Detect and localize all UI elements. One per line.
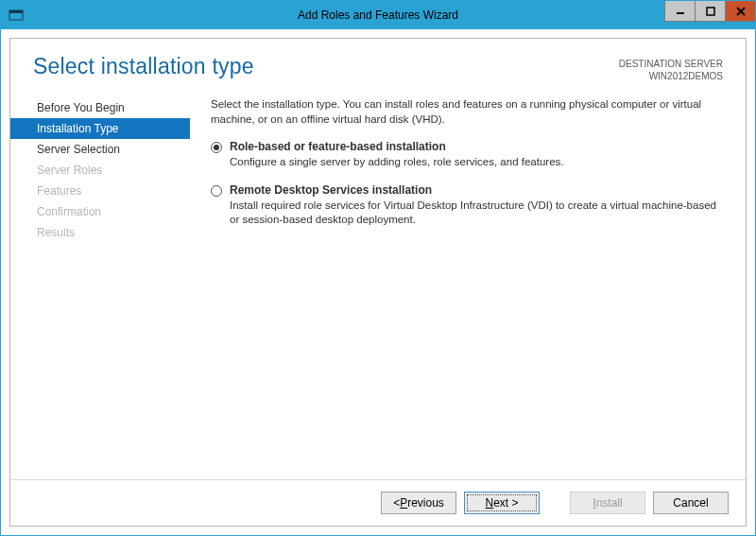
window-controls	[664, 1, 755, 22]
app-icon	[7, 6, 26, 25]
svg-rect-1	[9, 10, 23, 13]
install-button: Install	[570, 492, 645, 514]
maximize-button[interactable]	[695, 1, 725, 22]
footer: < Previous Next > Install Cancel	[10, 479, 746, 526]
step-server-selection[interactable]: Server Selection	[10, 139, 190, 160]
step-installation-type[interactable]: Installation Type	[10, 118, 190, 139]
content-pane: Select installation type DESTINATION SER…	[9, 38, 747, 527]
option-rds-title: Remote Desktop Services installation	[230, 183, 723, 197]
option-role-based[interactable]: Role-based or feature-based installation…	[211, 140, 723, 170]
destination-server: DESTINATION SERVER WIN2012DEMOS	[619, 58, 723, 82]
body: Before You Begin Installation Type Serve…	[10, 88, 746, 479]
page-title: Select installation type	[33, 54, 254, 79]
option-role-based-title: Role-based or feature-based installation	[230, 140, 723, 153]
dest-value: WIN2012DEMOS	[619, 70, 723, 82]
radio-role-based[interactable]	[211, 142, 222, 153]
close-button[interactable]	[725, 1, 755, 22]
previous-button[interactable]: < Previous	[381, 492, 456, 514]
main-panel: Select the installation type. You can in…	[190, 97, 746, 479]
header: Select installation type DESTINATION SER…	[10, 39, 746, 88]
minimize-button[interactable]	[664, 1, 695, 22]
step-features: Features	[10, 181, 190, 201]
option-role-based-desc: Configure a single server by adding role…	[230, 155, 723, 170]
wizard-steps: Before You Begin Installation Type Serve…	[10, 97, 190, 479]
option-rds[interactable]: Remote Desktop Services installation Ins…	[211, 183, 723, 228]
cancel-button[interactable]: Cancel	[653, 492, 729, 514]
radio-rds[interactable]	[211, 185, 222, 197]
step-server-roles: Server Roles	[10, 160, 190, 181]
step-before-you-begin[interactable]: Before You Begin	[10, 97, 190, 118]
titlebar: Add Roles and Features Wizard	[1, 1, 755, 29]
dest-label: DESTINATION SERVER	[619, 58, 723, 70]
wizard-window: Add Roles and Features Wizard Select ins…	[0, 0, 756, 536]
intro-text: Select the installation type. You can in…	[211, 97, 723, 127]
next-button[interactable]: Next >	[464, 492, 540, 514]
option-rds-desc: Install required role services for Virtu…	[230, 199, 723, 228]
window-title: Add Roles and Features Wizard	[298, 9, 458, 22]
step-results: Results	[10, 222, 190, 243]
svg-rect-3	[707, 8, 714, 15]
step-confirmation: Confirmation	[10, 201, 190, 222]
